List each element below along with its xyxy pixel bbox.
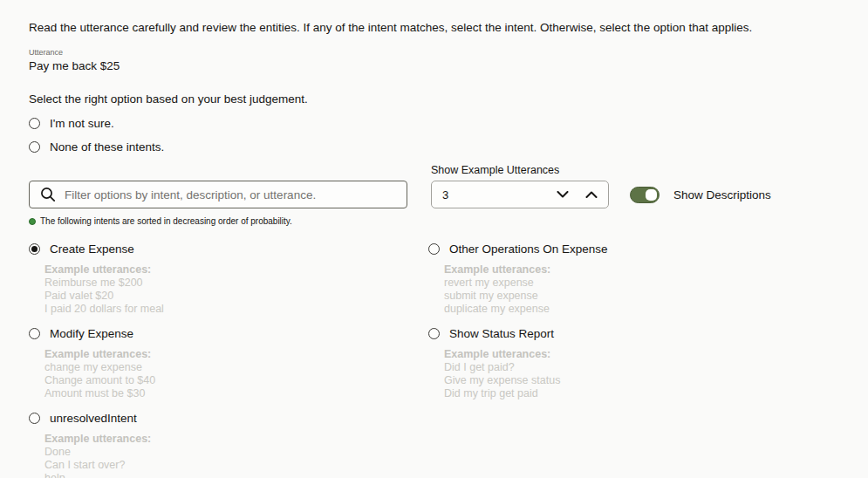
show-descriptions-group: Show Descriptions: [630, 187, 771, 203]
fallback-options: I'm not sure. None of these intents.: [29, 117, 868, 153]
intent-labeling-page: Read the utterance carefully and review …: [0, 0, 868, 478]
show-descriptions-label: Show Descriptions: [673, 188, 771, 201]
example-utterances-block: Example utterances: Reimburse me $200Pai…: [44, 263, 428, 316]
filter-input[interactable]: [65, 188, 396, 201]
info-dot-icon: [29, 218, 36, 225]
controls-row: Show Example Utterances 3 Show D: [29, 164, 868, 208]
sort-note-row: The following intents are sorted in decr…: [29, 216, 868, 226]
intent-column-right: Other Operations On Expense Example utte…: [428, 242, 828, 478]
radio-label: I'm not sure.: [50, 117, 114, 130]
example-utterances-list: DoneCan I start over?help: [44, 446, 428, 478]
instruction-text: Read the utterance carefully and review …: [29, 20, 868, 35]
toggle-knob: [646, 189, 657, 201]
example-utterance: help: [44, 472, 428, 478]
intent-option[interactable]: Show Status Report: [428, 327, 828, 340]
radio-button[interactable]: [29, 243, 40, 255]
example-utterance: Change amount to $40: [44, 374, 428, 387]
example-utterances-block: Example utterances: revert my expensesub…: [444, 263, 828, 316]
example-utterances-list: Did I get paid?Give my expense statusDid…: [444, 361, 828, 400]
example-utterance: Did I get paid?: [444, 361, 828, 374]
search-icon: [40, 187, 56, 202]
radio-label: None of these intents.: [50, 140, 164, 154]
intent-option[interactable]: Modify Expense: [29, 327, 428, 340]
fallback-option[interactable]: I'm not sure.: [29, 117, 868, 129]
example-utterances-block: Example utterances: Did I get paid?Give …: [444, 348, 828, 400]
example-utterances-header: Example utterances:: [444, 348, 828, 361]
example-utterance: Amount must be $30: [44, 387, 428, 400]
intent-label: Show Status Report: [449, 327, 554, 340]
radio-button[interactable]: [428, 328, 440, 339]
intent-label: Other Operations On Expense: [449, 242, 608, 256]
intent-label: Create Expense: [50, 242, 134, 256]
example-utterances-list: change my expenseChange amount to $40Amo…: [44, 361, 428, 400]
example-utterance: Done: [44, 446, 428, 459]
example-utterances-block: Example utterances: change my expenseCha…: [44, 348, 428, 400]
utterance-label: Utterance: [29, 48, 868, 57]
show-example-utterances-label: Show Example Utterances: [431, 164, 609, 176]
radio-button[interactable]: [29, 118, 40, 129]
example-utterances-header: Example utterances:: [44, 263, 428, 277]
intent-item: Modify Expense Example utterances: chang…: [29, 327, 428, 402]
example-utterance: change my expense: [44, 361, 428, 374]
utterance-value: Pay me back $25: [29, 59, 868, 72]
example-utterances-header: Example utterances:: [444, 263, 828, 277]
intent-option[interactable]: Create Expense: [29, 242, 428, 256]
chevron-up-icon[interactable]: [585, 188, 598, 201]
example-utterances-list: revert my expensesubmit my expenseduplic…: [444, 277, 828, 316]
example-utterance: I paid 20 dollars for meal: [44, 303, 428, 316]
example-utterances-header: Example utterances:: [44, 348, 428, 361]
intent-item: Create Expense Example utterances: Reimb…: [29, 242, 428, 318]
radio-button[interactable]: [29, 141, 40, 153]
filter-input-wrapper: [29, 181, 407, 208]
example-count-value: 3: [442, 188, 557, 201]
example-utterances-list: Reimburse me $200Paid valet $20I paid 20…: [44, 277, 428, 316]
intent-option[interactable]: Other Operations On Expense: [428, 242, 828, 256]
radio-button[interactable]: [29, 413, 40, 424]
fallback-option[interactable]: None of these intents.: [29, 140, 868, 153]
example-utterance: Paid valet $20: [44, 290, 428, 303]
intent-item: Show Status Report Example utterances: D…: [428, 327, 828, 402]
example-utterance: Give my expense status: [444, 374, 828, 387]
intent-item: unresolvedIntent Example utterances: Don…: [29, 412, 428, 478]
intent-label: unresolvedIntent: [50, 412, 137, 425]
example-utterances-block: Example utterances: DoneCan I start over…: [44, 433, 428, 478]
example-count-spinner[interactable]: 3: [431, 181, 609, 208]
example-count-group: Show Example Utterances 3: [431, 164, 609, 208]
example-utterances-header: Example utterances:: [44, 433, 428, 446]
utterance-block: Utterance Pay me back $25: [29, 48, 868, 72]
chevron-down-icon[interactable]: [557, 188, 569, 201]
intent-label: Modify Expense: [50, 327, 133, 340]
example-utterance: submit my expense: [444, 290, 828, 303]
intent-item: Other Operations On Expense Example utte…: [428, 242, 828, 318]
example-utterance: Reimburse me $200: [44, 277, 428, 290]
show-descriptions-toggle[interactable]: [630, 187, 660, 203]
intent-options: Create Expense Example utterances: Reimb…: [29, 242, 868, 478]
example-utterance: duplicate my expense: [444, 303, 828, 316]
radio-button[interactable]: [29, 328, 40, 339]
radio-button[interactable]: [428, 243, 440, 255]
example-utterance: Can I start over?: [44, 459, 428, 472]
example-utterance: revert my expense: [444, 277, 828, 290]
prompt-text: Select the right option based on your be…: [29, 92, 868, 106]
sort-note-text: The following intents are sorted in decr…: [40, 216, 292, 226]
intent-column-left: Create Expense Example utterances: Reimb…: [29, 242, 428, 478]
intent-option[interactable]: unresolvedIntent: [29, 412, 428, 425]
example-utterance: Did my trip get paid: [444, 387, 828, 400]
